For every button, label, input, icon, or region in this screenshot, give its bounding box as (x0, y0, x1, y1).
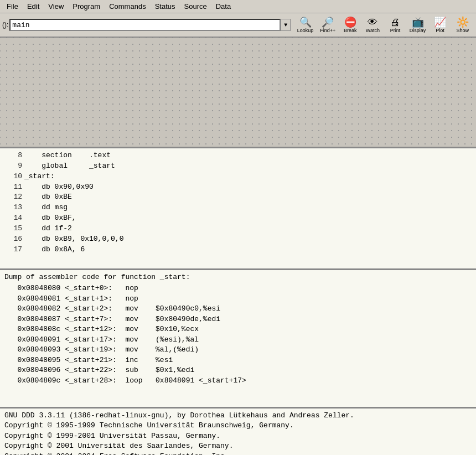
line-number: 13 (4, 203, 22, 213)
line-number: 15 (4, 224, 22, 234)
console-line: Copyright © 2001-2004 Free Software Foun… (4, 452, 472, 455)
line-content: db 0x8A, 6 (24, 245, 85, 255)
line-number: 9 (4, 161, 22, 172)
list-item: 0x08048081 <_start+1>: nop (4, 294, 472, 304)
lookup-button[interactable]: 🔍 Lookup (294, 14, 316, 35)
lookup-label: Lookup (297, 28, 314, 33)
plot-label: Plot (436, 28, 444, 33)
main-container: 8 section .text9 global _start10_start:1… (0, 38, 476, 455)
plot-icon: 📈 (434, 17, 446, 27)
console-line: GNU DDD 3.3.11 (i386-redhat-linux-gnu), … (4, 411, 472, 421)
table-row: 11 db 0x90,0x90 (4, 182, 472, 193)
console-line: Copyright © 2001 Universität des Saarlan… (4, 441, 472, 451)
line-number: 11 (4, 182, 22, 193)
lookup-icon: 🔍 (299, 17, 312, 27)
line-number: 17 (4, 245, 22, 255)
expression-area: (): ▼ (2, 19, 291, 31)
show-label: Show (456, 28, 469, 33)
table-row: 16 db 0xB9, 0x10,0,0,0 (4, 234, 472, 245)
table-row: 15 dd 1f-2 (4, 224, 472, 234)
list-item: 0x08048087 <_start+7>: mov $0x80490de,%e… (4, 314, 472, 324)
line-number: 8 (4, 151, 22, 161)
menu-source[interactable]: Source (180, 1, 211, 12)
console-line: Copyright © 1999-2001 Universität Passau… (4, 431, 472, 441)
menu-status[interactable]: Status (151, 1, 180, 12)
table-row: 10_start: (4, 172, 472, 182)
menu-view[interactable]: View (44, 1, 68, 12)
table-row: 13 dd msg (4, 203, 472, 213)
assembler-panel: Dump of assembler code for function _sta… (0, 270, 476, 409)
list-item: 0x08048091 <_start+17>: mov (%esi),%al (4, 335, 472, 345)
table-row: 12 db 0xBE (4, 192, 472, 203)
list-item: 0x0804808c <_start+12>: mov $0x10,%ecx (4, 324, 472, 334)
line-number: 14 (4, 213, 22, 224)
data-display-panel (0, 38, 476, 148)
source-code-panel: 8 section .text9 global _start10_start:1… (0, 148, 476, 270)
menu-commands[interactable]: Commands (105, 1, 150, 12)
line-number: 10 (4, 172, 22, 182)
menu-data[interactable]: Data (211, 1, 235, 12)
find-button[interactable]: 🔎 Find++ (317, 14, 339, 35)
break-button[interactable]: ⛔ Break (339, 14, 361, 35)
line-number: 16 (4, 234, 22, 245)
expression-label: (): (2, 21, 8, 29)
list-item: 0x08048093 <_start+19>: mov %al,(%edi) (4, 345, 472, 355)
show-button[interactable]: 🔆 Show (452, 14, 473, 35)
asm-header: Dump of assembler code for function _sta… (4, 272, 472, 282)
console-panel: GNU DDD 3.3.11 (i386-redhat-linux-gnu), … (0, 409, 476, 455)
expression-dropdown[interactable]: ▼ (281, 19, 291, 31)
menubar: File Edit View Program Commands Status S… (0, 0, 476, 13)
display-icon: 📺 (412, 17, 424, 27)
menu-file[interactable]: File (2, 1, 23, 12)
line-number: 12 (4, 192, 22, 203)
display-button[interactable]: 📺 Display (407, 14, 428, 35)
menu-edit[interactable]: Edit (23, 1, 44, 12)
line-content: dd msg (24, 203, 68, 213)
table-row: 17 db 0x8A, 6 (4, 245, 472, 255)
watch-icon: 👁 (368, 17, 377, 27)
line-content: db 0xB9, 0x10,0,0,0 (24, 234, 123, 245)
line-content: db 0x90,0x90 (24, 182, 94, 193)
plot-button[interactable]: 📈 Plot (430, 14, 451, 35)
line-content: db 0xBE (24, 192, 72, 203)
display-label: Display (410, 28, 426, 33)
print-icon: 🖨 (390, 17, 400, 27)
line-content: db 0xBF, (24, 213, 76, 224)
line-content: dd 1f-2 (24, 224, 72, 234)
list-item: 0x08048096 <_start+22>: sub $0x1,%edi (4, 365, 472, 375)
dot-grid-background (0, 38, 476, 147)
expression-input[interactable] (9, 19, 281, 31)
line-content: section .text (24, 151, 111, 161)
watch-button[interactable]: 👁 Watch (362, 14, 384, 35)
list-item: 0x0804809c <_start+28>: loop 0x8048091 <… (4, 376, 472, 386)
line-content: _start: (24, 172, 55, 182)
watch-label: Watch (366, 28, 380, 33)
console-line: Copyright © 1995-1999 Technische Univers… (4, 421, 472, 431)
find-icon: 🔎 (322, 17, 334, 27)
break-label: Break (344, 28, 357, 33)
table-row: 14 db 0xBF, (4, 213, 472, 224)
list-item: 0x08048080 <_start+0>: nop (4, 283, 472, 293)
print-button[interactable]: 🖨 Print (385, 14, 406, 35)
table-row: 9 global _start (4, 161, 472, 172)
menu-program[interactable]: Program (68, 1, 105, 12)
show-icon: 🔆 (457, 17, 469, 27)
line-content: global _start (24, 161, 115, 172)
list-item: 0x08048082 <_start+2>: mov $0x80490c0,%e… (4, 304, 472, 314)
table-row: 8 section .text (4, 151, 472, 161)
break-icon: ⛔ (344, 17, 356, 27)
list-item: 0x08048095 <_start+21>: inc %esi (4, 355, 472, 365)
toolbar: (): ▼ 🔍 Lookup 🔎 Find++ ⛔ Break 👁 Watch … (0, 13, 476, 38)
find-label: Find++ (320, 28, 335, 33)
print-label: Print (390, 28, 401, 33)
